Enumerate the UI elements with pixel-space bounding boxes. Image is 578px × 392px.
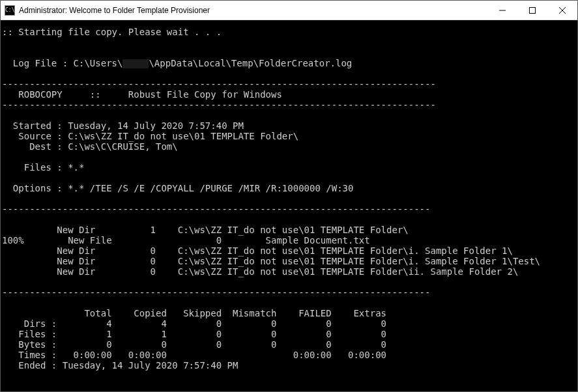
cmd-icon: C:\: [5, 5, 15, 16]
console-line: 100% New File 0 Sample Document.txt: [2, 235, 370, 245]
console-line: Dest : C:\ws\C\CRUISE, Tom\: [2, 141, 178, 152]
console-line: Source : C:\ws\ZZ IT_do not use\01 TEMPL…: [2, 131, 298, 141]
close-button[interactable]: [547, 1, 577, 20]
logfile-suffix: \AppData\Local\Temp\FolderCreator.log: [149, 58, 352, 68]
console-stats-row: Bytes : 0 0 0 0 0 0: [2, 339, 386, 350]
console-line: Started : Tuesday, 14 July 2020 7:57:40 …: [2, 120, 244, 131]
console-stats-header: Total Copied Skipped Mismatch FAILED Ext…: [2, 308, 386, 318]
console-divider: ----------------------------------------…: [2, 79, 436, 89]
console-divider: ----------------------------------------…: [2, 100, 436, 110]
console-divider: ----------------------------------------…: [2, 204, 430, 214]
close-icon: [559, 7, 566, 14]
logfile-prefix: Log File : C:\Users\: [2, 58, 123, 68]
console-line: New Dir 0 C:\ws\ZZ IT_do not use\01 TEMP…: [2, 245, 513, 256]
console-stats-row: Times : 0:00:00 0:00:00 0:00:00 0:00:00: [2, 350, 386, 360]
console-window: C:\ Administrator: Welcome to Folder Tem…: [0, 0, 578, 392]
console-line: ROBOCOPY :: Robust File Copy for Windows: [2, 89, 282, 100]
console-line: New Dir 0 C:\ws\ZZ IT_do not use\01 TEMP…: [2, 266, 518, 277]
console-stats-row: Files : 1 1 0 0 0 0: [2, 329, 386, 339]
maximize-button[interactable]: [517, 1, 547, 20]
console-divider: ----------------------------------------…: [2, 287, 430, 298]
redacted-username: [123, 59, 149, 68]
console-stats-row: Dirs : 4 4 0 0 0 0: [2, 318, 386, 329]
console-line: Files : *.*: [2, 162, 84, 173]
titlebar[interactable]: C:\ Administrator: Welcome to Folder Tem…: [1, 1, 577, 20]
console-line: Options : *.* /TEE /S /E /COPYALL /PURGE…: [2, 183, 353, 193]
svg-rect-1: [530, 7, 536, 13]
console-line: Ended : Tuesday, 14 July 2020 7:57:40 PM: [2, 360, 238, 371]
console-line: :: Starting file copy. Please wait . . .: [2, 27, 222, 37]
maximize-icon: [529, 7, 536, 14]
console-line: New Dir 1 C:\ws\ZZ IT_do not use\01 TEMP…: [2, 225, 409, 235]
minimize-button[interactable]: [487, 1, 517, 20]
window-controls: [487, 1, 577, 20]
window-title: Administrator: Welcome to Folder Templat…: [19, 6, 487, 15]
console-output[interactable]: :: Starting file copy. Please wait . . .…: [1, 20, 577, 391]
console-line: New Dir 0 C:\ws\ZZ IT_do not use\01 TEMP…: [2, 256, 540, 266]
minimize-icon: [499, 7, 506, 14]
console-line-logfile: Log File : C:\Users\\AppData\Local\Temp\…: [2, 58, 352, 68]
